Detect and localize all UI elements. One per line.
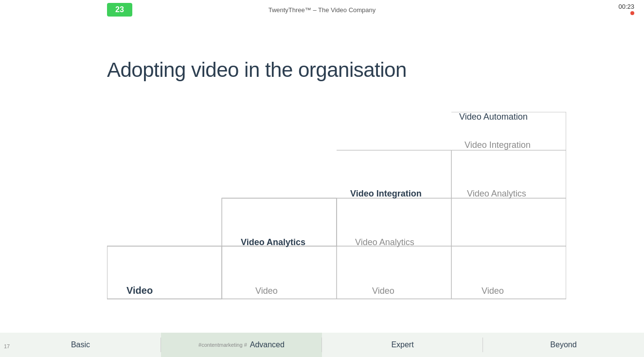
segment-advanced-hashtag: #contentmarketing # bbox=[198, 342, 247, 348]
page-title: Adopting video in the organisation bbox=[107, 58, 407, 82]
logo-badge: 23 bbox=[107, 3, 132, 17]
col4-integration-label: Video Integration bbox=[465, 140, 531, 150]
segment-beyond: Beyond bbox=[483, 333, 644, 357]
chart-container: Video Automation Video Video Analytics V… bbox=[107, 112, 566, 318]
col1-video-label: Video bbox=[126, 285, 153, 296]
segment-expert-label: Expert bbox=[391, 340, 413, 349]
segment-advanced-label: Advanced bbox=[250, 340, 285, 349]
header-title: TwentyThree™ – The Video Company bbox=[268, 6, 376, 14]
col2-analytics-label: Video Analytics bbox=[241, 237, 305, 248]
timer: 00:23 bbox=[618, 3, 634, 15]
bottom-bar: 17 Basic #contentmarketing # Advanced Ex… bbox=[0, 333, 644, 357]
col4-video-label: Video bbox=[482, 286, 504, 296]
header: 23 TwentyThree™ – The Video Company 00:2… bbox=[0, 0, 644, 19]
segment-beyond-label: Beyond bbox=[550, 340, 576, 349]
segment-expert: Expert bbox=[322, 333, 483, 357]
video-automation-label: Video Automation bbox=[454, 112, 566, 122]
main-content: Adopting video in the organisation bbox=[0, 19, 644, 333]
segment-advanced: #contentmarketing # Advanced bbox=[161, 333, 322, 357]
segment-basic: Basic bbox=[0, 333, 161, 357]
col4-analytics-label: Video Analytics bbox=[467, 189, 526, 199]
svg-rect-3 bbox=[222, 246, 337, 299]
timer-value: 00:23 bbox=[618, 3, 634, 10]
timer-dot bbox=[630, 11, 634, 15]
col3-video-label: Video bbox=[372, 286, 394, 296]
col2-video-label: Video bbox=[255, 286, 278, 296]
col3-analytics-label: Video Analytics bbox=[355, 237, 414, 248]
segment-basic-label: Basic bbox=[71, 340, 90, 349]
svg-rect-1 bbox=[107, 246, 222, 299]
col3-integration-label: Video Integration bbox=[350, 189, 422, 199]
